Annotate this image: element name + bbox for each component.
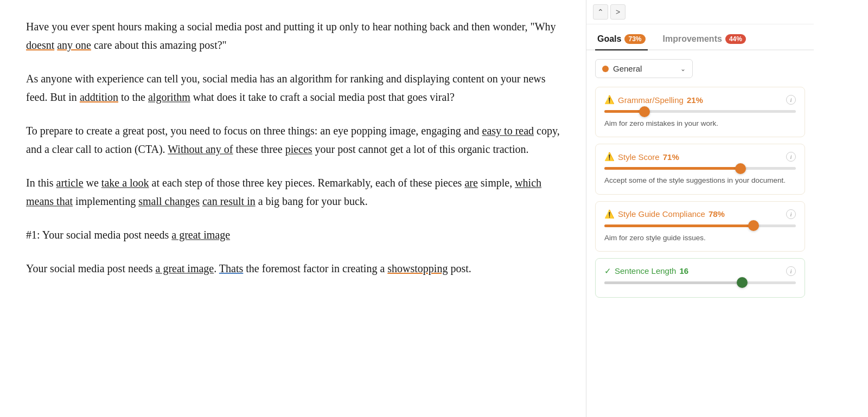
- guide-score-label[interactable]: ⚠️ Style Guide Compliance 78%: [604, 209, 725, 219]
- general-dot: [602, 66, 609, 72]
- grammar-description: Aim for zero mistakes in your work.: [604, 118, 796, 129]
- paragraph-6: Your social media post needs a great ima…: [26, 259, 560, 278]
- style-link-take-a-look: take a look: [101, 177, 149, 189]
- sentence-slider[interactable]: [604, 281, 796, 284]
- guide-fill: [604, 224, 754, 227]
- nav-up-button[interactable]: ⌃: [593, 4, 608, 20]
- sentence-value: 16: [679, 266, 688, 275]
- general-dropdown[interactable]: General ⌄: [595, 59, 693, 78]
- style-link-article: article: [56, 177, 84, 189]
- score-card-sentence: ✓ Sentence Length 16 i: [595, 258, 805, 298]
- grammar-fill: [604, 110, 644, 113]
- style-thumb[interactable]: [735, 163, 746, 174]
- style-track: [604, 167, 796, 170]
- style-link-easy-to-read: easy to read: [482, 125, 534, 137]
- score-card-guide: ⚠️ Style Guide Compliance 78% i Aim for …: [595, 201, 805, 252]
- sentence-track: [604, 281, 796, 284]
- tab-goals-badge: 73%: [624, 34, 645, 44]
- style-link-great-image: a great image: [156, 262, 214, 274]
- score-card-sentence-header: ✓ Sentence Length 16 i: [604, 266, 796, 276]
- warning-icon-style: ⚠️: [604, 152, 615, 162]
- grammar-percent: 21%: [687, 95, 703, 105]
- spelling-error-addition: addtition: [80, 91, 118, 103]
- sentence-score-label[interactable]: ✓ Sentence Length 16: [604, 266, 688, 276]
- style-link-can-result-in: can result in: [202, 195, 256, 207]
- spelling-error-thats: Thats: [219, 262, 243, 274]
- sentence-label-text: Sentence Length: [615, 266, 676, 275]
- grammar-info-icon[interactable]: i: [786, 95, 796, 105]
- guide-info-icon[interactable]: i: [786, 209, 796, 219]
- spelling-error-showstopping: showstopping: [387, 262, 448, 274]
- style-link-without-any-of: Without any of: [168, 143, 233, 155]
- sentence-thumb[interactable]: [737, 277, 748, 288]
- score-card-grammar-header: ⚠️ Grammar/Spelling 21% i: [604, 95, 796, 105]
- spelling-error-doesnt: doesnt: [26, 39, 54, 51]
- sidebar-tabs: Goals 73% Improvements 44%: [586, 24, 814, 50]
- style-link-are: are: [464, 177, 477, 189]
- grammar-score-label[interactable]: ⚠️ Grammar/Spelling 21%: [604, 95, 703, 105]
- guide-description: Aim for zero style guide issues.: [604, 233, 796, 243]
- guide-percent: 78%: [709, 209, 725, 219]
- paragraph-3: To prepare to create a great post, you n…: [26, 121, 560, 158]
- warning-icon-grammar: ⚠️: [604, 95, 615, 105]
- style-slider[interactable]: [604, 167, 796, 170]
- style-link-algorithm: algorithm: [148, 91, 190, 103]
- tab-goals[interactable]: Goals 73%: [595, 31, 648, 50]
- style-score-label[interactable]: ⚠️ Style Score 71%: [604, 152, 679, 162]
- sidebar-body: General ⌄ ⚠️ Grammar/Spelling 21% i Aim …: [586, 50, 814, 417]
- score-card-style: ⚠️ Style Score 71% i Accept some of the …: [595, 144, 805, 194]
- sentence-info-icon[interactable]: i: [786, 266, 796, 276]
- paragraph-4: In this article we take a look at each s…: [26, 174, 560, 210]
- sidebar-panel: ⌃ > Goals 73% Improvements 44% General ⌄…: [586, 0, 814, 417]
- nav-down-button[interactable]: >: [610, 4, 626, 20]
- guide-thumb[interactable]: [748, 220, 759, 231]
- guide-label-text: Style Guide Compliance: [618, 209, 705, 219]
- main-editor: Have you ever spent hours making a socia…: [0, 0, 586, 417]
- score-card-guide-header: ⚠️ Style Guide Compliance 78% i: [604, 209, 796, 219]
- grammar-label-text: Grammar/Spelling: [618, 95, 684, 105]
- check-icon-sentence: ✓: [604, 266, 611, 276]
- chevron-down-icon: ⌄: [680, 65, 686, 73]
- guide-track: [604, 224, 796, 227]
- paragraph-2: As anyone with experience can tell you, …: [26, 69, 560, 106]
- style-link-great-image-heading: a great image: [171, 229, 230, 241]
- grammar-thumb[interactable]: [639, 106, 650, 117]
- sidebar-nav: ⌃ >: [586, 0, 814, 24]
- paragraph-5-heading: #1: Your social media post needs a great…: [26, 226, 560, 244]
- tab-improvements[interactable]: Improvements 44%: [661, 31, 748, 49]
- paragraph-1: Have you ever spent hours making a socia…: [26, 17, 560, 54]
- tab-improvements-label: Improvements: [663, 34, 722, 44]
- score-card-grammar: ⚠️ Grammar/Spelling 21% i Aim for zero m…: [595, 87, 805, 137]
- style-fill: [604, 167, 741, 170]
- general-label: General: [613, 64, 676, 73]
- style-percent: 71%: [663, 152, 679, 162]
- style-info-icon[interactable]: i: [786, 152, 796, 162]
- tab-goals-label: Goals: [597, 34, 621, 44]
- warning-icon-guide: ⚠️: [604, 209, 615, 219]
- grammar-slider[interactable]: [604, 110, 796, 113]
- style-description: Accept some of the style suggestions in …: [604, 175, 796, 186]
- guide-slider[interactable]: [604, 224, 796, 227]
- style-link-pieces: pieces: [285, 143, 312, 155]
- style-label-text: Style Score: [618, 152, 660, 162]
- sentence-fill: [604, 281, 742, 284]
- grammar-track: [604, 110, 796, 113]
- spelling-error-anyone: any one: [57, 39, 91, 51]
- tab-improvements-badge: 44%: [725, 34, 746, 44]
- style-link-small-changes: small changes: [138, 195, 200, 207]
- score-card-style-header: ⚠️ Style Score 71% i: [604, 152, 796, 162]
